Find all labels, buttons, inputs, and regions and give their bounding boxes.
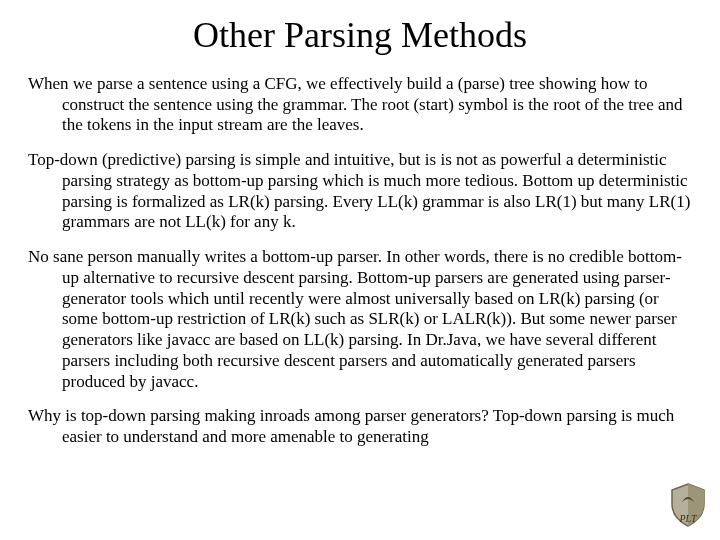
slide-title: Other Parsing Methods <box>28 14 692 56</box>
paragraph-3: No sane person manually writes a bottom-… <box>28 247 692 392</box>
slide-content: Other Parsing Methods When we parse a se… <box>0 0 720 448</box>
svg-text:PLT: PLT <box>678 513 697 524</box>
paragraph-2: Top-down (predictive) parsing is simple … <box>28 150 692 233</box>
paragraph-4: Why is top-down parsing making inroads a… <box>28 406 692 447</box>
paragraph-1: When we parse a sentence using a CFG, we… <box>28 74 692 136</box>
plt-logo-icon: PLT <box>666 482 710 528</box>
